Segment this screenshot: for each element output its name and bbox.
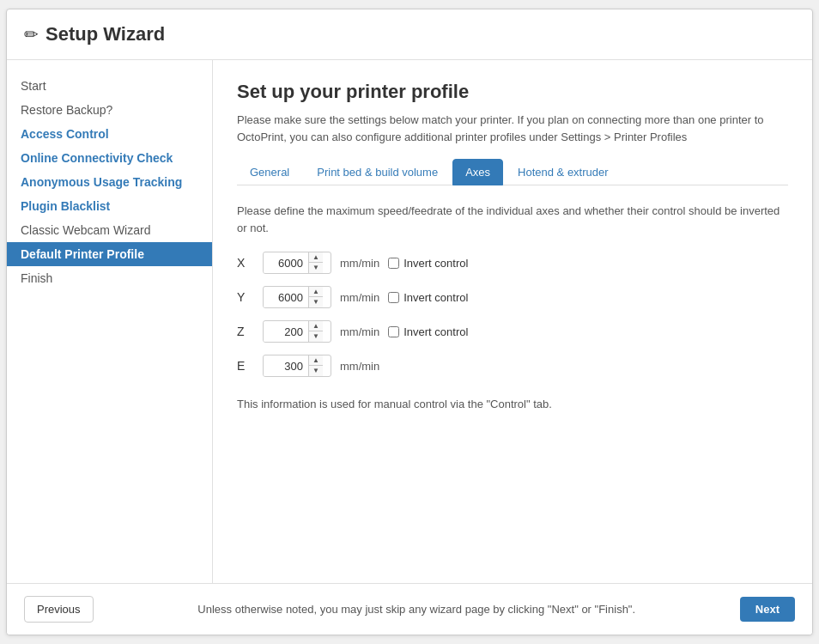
sidebar-item-restore-backup[interactable]: Restore Backup? — [7, 98, 212, 122]
axis-label-e: E — [237, 359, 254, 373]
sidebar-item-access-control[interactable]: Access Control — [7, 122, 212, 146]
axis-input-wrap-z: ▲ ▼ — [263, 320, 331, 343]
wizard-title: Setup Wizard — [46, 23, 165, 46]
wizard-container: ✏ Setup Wizard Start Restore Backup? Acc… — [6, 9, 813, 635]
axis-unit-y: mm/min — [340, 291, 379, 304]
axis-e-up[interactable]: ▲ — [309, 355, 323, 366]
axis-e-down[interactable]: ▼ — [309, 366, 323, 376]
invert-checkbox-z[interactable] — [388, 326, 399, 337]
invert-text-x: Invert control — [403, 257, 468, 270]
invert-checkbox-y[interactable] — [388, 292, 399, 303]
main-title: Set up your printer profile — [237, 81, 788, 103]
axis-input-y[interactable] — [264, 288, 308, 307]
sidebar-item-online-connectivity[interactable]: Online Connectivity Check — [7, 146, 212, 170]
sidebar-item-finish[interactable]: Finish — [7, 266, 212, 290]
invert-label-x[interactable]: Invert control — [388, 257, 468, 270]
axes-footer-note: This information is used for manual cont… — [237, 398, 788, 410]
axis-input-e[interactable] — [264, 356, 308, 376]
axis-x-up[interactable]: ▲ — [309, 252, 323, 263]
sidebar-item-plugin-blacklist[interactable]: Plugin Blacklist — [7, 194, 212, 218]
pencil-icon: ✏ — [24, 24, 39, 45]
invert-checkbox-x[interactable] — [388, 258, 399, 269]
axis-z-up[interactable]: ▲ — [309, 321, 323, 331]
axis-input-wrap-x: ▲ ▼ — [263, 252, 331, 274]
axis-label-x: X — [237, 256, 254, 270]
tab-hotend[interactable]: Hotend & extruder — [505, 159, 622, 185]
axis-x-down[interactable]: ▼ — [309, 263, 323, 273]
axes-description: Please define the maximum speed/feedrate… — [237, 203, 786, 236]
wizard-header: ✏ Setup Wizard — [7, 9, 812, 60]
previous-button[interactable]: Previous — [24, 596, 94, 623]
axes-form: X ▲ ▼ mm/min Invert control — [237, 252, 788, 377]
tab-axes[interactable]: Axes — [452, 159, 503, 185]
axis-input-z[interactable] — [264, 322, 308, 342]
axis-y-up[interactable]: ▲ — [309, 287, 323, 297]
axis-label-y: Y — [237, 290, 254, 304]
axis-spinners-y: ▲ ▼ — [308, 287, 323, 307]
wizard-footer: Previous Unless otherwise noted, you may… — [7, 583, 812, 635]
invert-label-y[interactable]: Invert control — [388, 291, 468, 304]
invert-text-z: Invert control — [403, 325, 468, 338]
axis-input-wrap-e: ▲ ▼ — [263, 355, 331, 377]
wizard-sidebar: Start Restore Backup? Access Control Onl… — [7, 60, 213, 583]
sidebar-item-anonymous-tracking[interactable]: Anonymous Usage Tracking — [7, 170, 212, 194]
tab-print-bed[interactable]: Print bed & build volume — [304, 159, 451, 185]
wizard-body: Start Restore Backup? Access Control Onl… — [7, 60, 812, 583]
axis-row-e: E ▲ ▼ mm/min — [237, 355, 788, 377]
footer-note: Unless otherwise noted, you may just ski… — [94, 603, 740, 616]
axis-unit-z: mm/min — [340, 325, 379, 338]
axis-row-x: X ▲ ▼ mm/min Invert control — [237, 252, 788, 274]
wizard-main: Set up your printer profile Please make … — [213, 60, 812, 583]
axis-row-z: Z ▲ ▼ mm/min Invert control — [237, 320, 788, 343]
axis-row-y: Y ▲ ▼ mm/min Invert control — [237, 286, 788, 308]
sidebar-item-start[interactable]: Start — [7, 74, 212, 98]
axis-spinners-x: ▲ ▼ — [308, 252, 323, 273]
axis-unit-x: mm/min — [340, 257, 379, 270]
invert-label-z[interactable]: Invert control — [388, 325, 468, 338]
axis-z-down[interactable]: ▼ — [309, 331, 323, 342]
axis-label-z: Z — [237, 325, 254, 338]
tabs-row: General Print bed & build volume Axes Ho… — [237, 159, 788, 185]
axis-spinners-z: ▲ ▼ — [308, 321, 323, 342]
axis-unit-e: mm/min — [340, 360, 379, 373]
axis-spinners-e: ▲ ▼ — [308, 355, 323, 376]
next-button[interactable]: Next — [740, 597, 795, 622]
axis-input-x[interactable] — [264, 253, 308, 273]
sidebar-item-classic-webcam[interactable]: Classic Webcam Wizard — [7, 218, 212, 242]
axis-y-down[interactable]: ▼ — [309, 297, 323, 307]
tab-general[interactable]: General — [237, 159, 302, 185]
sidebar-item-default-printer-profile[interactable]: Default Printer Profile — [7, 242, 212, 266]
invert-text-y: Invert control — [403, 291, 468, 304]
main-description: Please make sure the settings below matc… — [237, 112, 786, 145]
axis-input-wrap-y: ▲ ▼ — [263, 286, 331, 308]
